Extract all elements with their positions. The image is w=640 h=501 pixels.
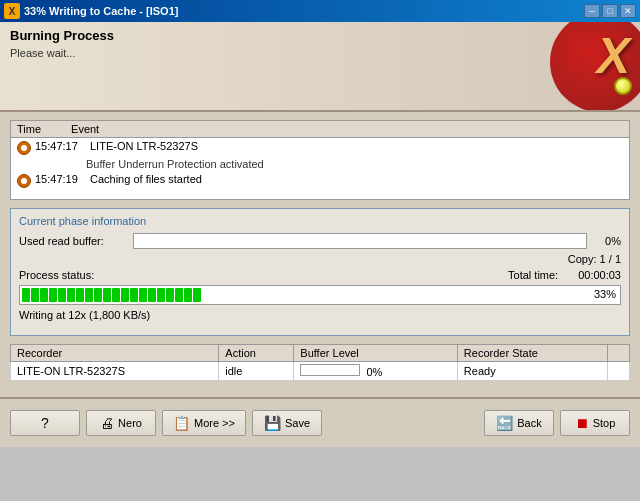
phase-info-box: Current phase information Used read buff… (10, 208, 630, 336)
log-icon-1 (17, 141, 31, 155)
stop-label: Stop (593, 417, 616, 429)
close-button[interactable]: ✕ (620, 4, 636, 18)
read-buffer-fill (134, 234, 586, 248)
toolbar: ? 🖨 Nero 📋 More >> 💾 Save 🔙 Back ⏹ Stop (0, 397, 640, 447)
green-progress-fill (20, 286, 620, 304)
title-bar: X 33% Writing to Cache - [ISO1] ─ □ ✕ (0, 0, 640, 22)
extra-col-header (607, 345, 629, 362)
read-buffer-percent: 0% (591, 235, 621, 247)
recorder-cell: LITE-ON LTR-52327S (11, 362, 219, 381)
nero-icon: 🖨 (100, 415, 114, 431)
recorder-col-header: Recorder (11, 345, 219, 362)
back-icon: 🔙 (496, 415, 513, 431)
copy-value: 1 / 1 (600, 253, 621, 265)
stop-icon: ⏹ (575, 415, 589, 431)
action-col-header: Action (219, 345, 294, 362)
state-cell: Ready (457, 362, 607, 381)
title-buttons: ─ □ ✕ (584, 4, 636, 18)
extra-cell (607, 362, 629, 381)
log-time-1: 15:47:17 (35, 140, 90, 152)
nero-button[interactable]: 🖨 Nero (86, 410, 156, 436)
save-icon: 💾 (264, 415, 281, 431)
window-title: 33% Writing to Cache - [ISO1] (24, 5, 178, 17)
log-time-2: 15:47:19 (35, 173, 90, 185)
copy-time-row: Copy: 1 / 1 (19, 253, 621, 265)
read-buffer-row: Used read buffer: 0% (19, 233, 621, 249)
save-label: Save (285, 417, 310, 429)
more-button[interactable]: 📋 More >> (162, 410, 246, 436)
process-status-label: Process status: (19, 269, 94, 281)
buffer-col-header: Buffer Level (294, 345, 458, 362)
total-time-label: Total time: (508, 269, 558, 281)
nero-label: Nero (118, 417, 142, 429)
green-progress-container: 33% (19, 285, 621, 305)
help-icon: ? (41, 415, 49, 431)
buffer-bar (300, 364, 360, 376)
recorder-table: Recorder Action Buffer Level Recorder St… (10, 344, 630, 381)
save-button[interactable]: 💾 Save (252, 410, 322, 436)
log-row-1: 15:47:17 LITE-ON LTR-52327S (11, 138, 629, 157)
read-buffer-bar (133, 233, 587, 249)
app-icon: X (4, 3, 20, 19)
green-percent: 33% (594, 288, 616, 300)
more-icon: 📋 (173, 415, 190, 431)
back-label: Back (517, 417, 541, 429)
status-row: Process status: Total time: 00:00:03 (19, 269, 621, 281)
table-row: LITE-ON LTR-52327S idle 0% Ready (11, 362, 630, 381)
total-time-value: 00:00:03 (578, 269, 621, 281)
maximize-button[interactable]: □ (602, 4, 618, 18)
state-col-header: Recorder State (457, 345, 607, 362)
more-label: More >> (194, 417, 235, 429)
phase-info-title: Current phase information (19, 215, 621, 227)
log-icon-2 (17, 174, 31, 188)
header-logo: X (530, 22, 640, 112)
log-event-header: Event (71, 123, 99, 135)
log-event-1: LITE-ON LTR-52327S (90, 140, 623, 152)
stop-button[interactable]: ⏹ Stop (560, 410, 630, 436)
main-content: Time Event 15:47:17 LITE-ON LTR-52327S B… (0, 112, 640, 397)
copy-label: Copy: 1 / 1 (568, 253, 621, 265)
writing-info: Writing at 12x (1,800 KB/s) (19, 309, 621, 321)
title-bar-left: X 33% Writing to Cache - [ISO1] (4, 3, 178, 19)
read-buffer-label: Used read buffer: (19, 235, 129, 247)
buffer-cell: 0% (294, 362, 458, 381)
log-time-header: Time (17, 123, 41, 135)
log-event-2: Caching of files started (90, 173, 623, 185)
log-sub-row-1: Buffer Underrun Protection activated (11, 157, 629, 171)
log-header: Time Event (11, 121, 629, 138)
log-row-2: 15:47:19 Caching of files started (11, 171, 629, 190)
status-right: Total time: 00:00:03 (508, 269, 621, 281)
help-button[interactable]: ? (10, 410, 80, 436)
minimize-button[interactable]: ─ (584, 4, 600, 18)
logo-dot (614, 77, 632, 95)
log-area: Time Event 15:47:17 LITE-ON LTR-52327S B… (10, 120, 630, 200)
action-cell: idle (219, 362, 294, 381)
back-button[interactable]: 🔙 Back (484, 410, 554, 436)
header-area: Burning Process Please wait... X (0, 22, 640, 112)
